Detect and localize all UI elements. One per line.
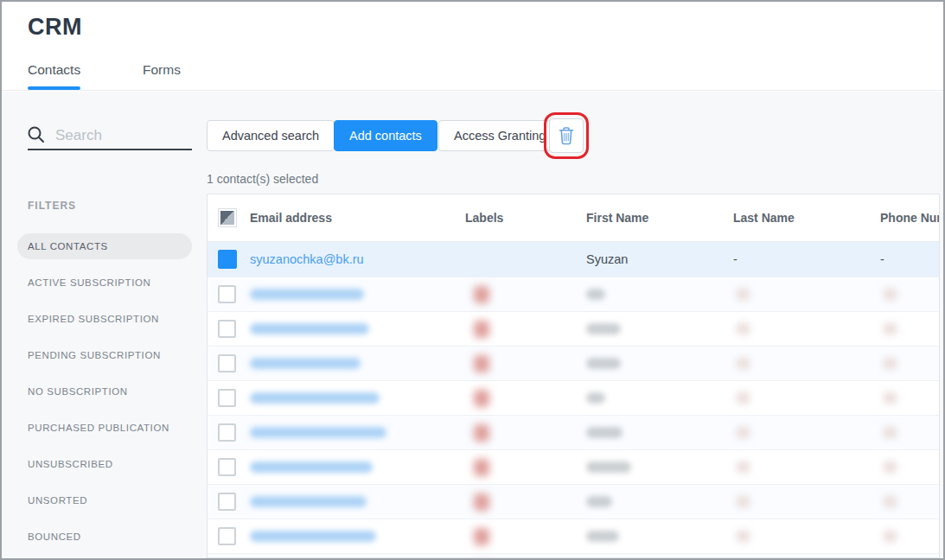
phone-cell [880,461,940,473]
contact-row[interactable] [208,449,940,484]
select-all-checkbox-indeterminate[interactable] [218,208,237,227]
first-name-value: Syuzan [586,252,628,266]
redacted-label-blob [474,424,489,442]
redacted-faint-blob [737,358,750,369]
redacted-label-blob [474,286,489,303]
filter-item-unsorted[interactable]: UNSORTED [17,487,192,513]
last-name-cell: - [733,251,880,267]
phone-cell [880,392,940,404]
row-checkbox-unchecked[interactable] [218,389,236,407]
email-link[interactable]: syuzanochka@bk.ru [250,252,364,266]
contact-row[interactable] [208,311,940,346]
contact-row[interactable] [208,415,940,449]
row-checkbox-cell [208,527,250,545]
contact-row[interactable] [208,484,940,519]
contact-row[interactable] [208,277,940,311]
first-name-cell [586,531,733,542]
filter-item-purchased-publication[interactable]: PURCHASED PUBLICATION [17,415,192,441]
row-checkbox-unchecked[interactable] [218,320,236,338]
labels-cell [465,355,586,372]
filter-item-expired-subscription[interactable]: EXPIRED SUBSCRIPTION [17,306,192,332]
last-name-cell [733,358,880,369]
redacted-faint-blob [737,392,750,404]
row-checkbox-cell [208,285,250,303]
redacted-faint-blob [884,358,897,369]
labels-cell [465,528,586,545]
filter-list: ALL CONTACTSACTIVE SUBSCRIPTIONEXPIRED S… [17,233,192,560]
email-cell [250,427,465,438]
labels-cell [465,493,586,511]
redacted-email-blob [250,496,367,507]
advanced-search-button[interactable]: Advanced search [207,120,335,151]
row-checkbox-unchecked[interactable] [218,354,236,372]
delete-contacts-button[interactable] [549,118,584,153]
labels-cell [465,459,586,476]
email-cell [250,323,465,334]
column-header-email: Email address [250,211,465,225]
row-checkbox-unchecked[interactable] [218,285,236,303]
search-icon [27,125,46,144]
selection-status: 1 contact(s) selected [207,172,318,186]
redacted-faint-blob [737,496,750,507]
last-name-cell [733,531,880,542]
contact-row[interactable] [208,553,940,558]
row-checkbox-cell [208,389,250,407]
add-contacts-button[interactable]: Add contacts [334,120,437,151]
tab-contacts[interactable]: Contacts [28,62,80,78]
email-cell [250,496,465,507]
row-checkbox-unchecked[interactable] [218,527,236,545]
search-input[interactable] [55,124,190,147]
last-name-cell [733,496,880,507]
contact-row[interactable] [208,346,940,380]
redacted-first-name-blob [586,461,631,473]
first-name-cell [586,392,733,404]
row-checkbox-checked[interactable] [218,250,237,269]
labels-cell [465,424,586,442]
redacted-first-name-blob [586,392,605,404]
phone-cell [880,289,940,300]
table-header-row: Email address Labels First Name Last Nam… [208,194,940,242]
filter-item-no-subscription[interactable]: NO SUBSCRIPTION [17,379,192,404]
redacted-label-blob [474,528,489,545]
trash-icon [558,126,575,145]
filter-item-all-contacts[interactable]: ALL CONTACTS [17,233,192,259]
redacted-faint-blob [737,531,750,542]
contact-row[interactable]: syuzanochka@bk.ruSyuzan-- [208,242,940,277]
contacts-table: Email address Labels First Name Last Nam… [207,194,940,558]
redacted-faint-blob [884,496,897,507]
crm-app: CRM Contacts Forms FILTERS ALL CONTACTSA… [0,0,945,560]
redacted-label-blob [474,355,489,372]
filter-item-bounced[interactable]: BOUNCED [17,524,192,550]
phone-cell [880,358,940,369]
access-granting-button[interactable]: Access Granting [438,120,561,151]
redacted-faint-blob [884,289,897,300]
first-name-cell: Syuzan [586,251,733,267]
contact-row[interactable] [208,519,940,553]
filter-item-unsubscribed[interactable]: UNSUBSCRIBED [17,451,192,477]
row-checkbox-unchecked[interactable] [218,423,236,442]
filter-item-pending-subscription[interactable]: PENDING SUBSCRIPTION [17,342,192,368]
tab-forms[interactable]: Forms [143,62,181,78]
first-name-cell [586,461,733,473]
last-name-cell [733,392,880,404]
column-header-last-name: Last Name [733,211,880,225]
email-cell [250,461,465,473]
row-checkbox-cell [208,320,250,338]
redacted-email-blob [250,461,373,473]
contact-row[interactable] [208,380,940,415]
last-name-cell [733,289,880,300]
last-name-cell [733,461,880,473]
page-title: CRM [28,14,82,41]
labels-cell [465,321,586,338]
table-body: syuzanochka@bk.ruSyuzan-- [208,242,939,558]
redacted-email-blob [250,358,361,369]
row-checkbox-unchecked[interactable] [218,493,236,511]
redacted-faint-blob [737,289,750,300]
row-checkbox-unchecked[interactable] [218,458,236,476]
filter-item-active-subscription[interactable]: ACTIVE SUBSCRIPTION [17,270,192,296]
redacted-faint-blob [884,392,897,404]
redacted-label-blob [474,459,489,476]
redacted-first-name-blob [586,323,621,334]
redacted-email-blob [250,531,376,542]
redacted-faint-blob [737,323,750,334]
